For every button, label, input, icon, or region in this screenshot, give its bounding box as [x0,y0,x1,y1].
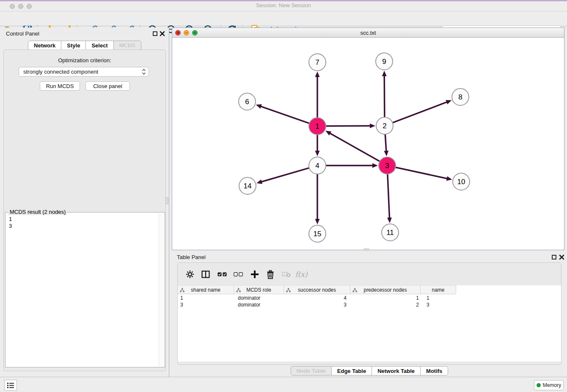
select-all-checkboxes-icon[interactable] [215,268,229,281]
minimize-window-button[interactable] [18,4,23,9]
edge-arrowhead [387,218,392,223]
edge-1-2[interactable] [326,126,371,126]
tab-edge-table[interactable]: Edge Table [332,366,372,375]
result-line: 3 [9,223,158,229]
mcds-result-box: MCDS result (2 nodes) 13 [5,212,165,367]
node-label: 3 [385,162,389,170]
edge-arrowhead [315,151,320,156]
edge-arrowhead [446,176,452,181]
float-panel-icon[interactable] [153,31,157,36]
network-canvas[interactable]: 1234678910111415 [172,38,564,250]
table-row[interactable]: 3dominator323 [178,301,561,308]
column-header-label: shared name [191,287,220,293]
edge-1-6[interactable] [260,106,309,124]
tab-network-table[interactable]: Network Table [372,366,421,375]
graph-node-3[interactable]: 3 [379,157,396,174]
edge-arrowhead [372,163,378,168]
tab-motifs[interactable]: Motifs [421,366,448,375]
main-toolbar [0,11,567,26]
column-header-label: predecessor nodes [363,287,407,293]
edge-4-14[interactable] [261,168,309,182]
result-scrollbar[interactable] [159,213,164,367]
run-mcds-button[interactable]: Run MCDS [40,81,80,91]
network-window-title: scc.txt [172,30,564,36]
tab-node-table[interactable]: Node Table [291,366,332,375]
mcds-result-legend: MCDS result (2 nodes) [8,209,67,215]
column-header-shared-name[interactable]: shared name [178,285,234,294]
graph-node-15[interactable]: 15 [309,225,326,242]
memory-status-dot [537,383,541,387]
cell-successor-nodes[interactable]: 3 [285,301,352,308]
graph-node-1[interactable]: 1 [309,118,326,135]
criterion-select[interactable]: strongly connected component [19,67,149,77]
tab-select[interactable]: Select [86,41,113,50]
graph-node-9[interactable]: 9 [376,53,393,70]
cell-shared-name[interactable]: 1 [178,295,234,301]
edge-2-8[interactable] [393,102,447,123]
graph-node-2[interactable]: 2 [376,117,393,134]
criterion-value: strongly connected component [23,69,142,75]
close-panel-button[interactable]: Close panel [85,81,130,91]
edge-arrowhead [315,72,320,77]
network-graph[interactable]: 1234678910111415 [172,38,564,250]
table-close-panel-icon[interactable] [559,254,564,260]
edge-2-9[interactable] [384,75,385,117]
cell-MCDS-role[interactable]: dominator [234,295,285,301]
control-panel-title: Control Panel [6,30,39,37]
graph-node-7[interactable]: 7 [309,54,326,71]
cell-shared-name[interactable]: 3 [178,301,234,308]
tab-mcds[interactable]: MCDS [114,41,141,50]
column-header-label: name [432,287,444,293]
tab-network[interactable]: Network [28,41,61,50]
tab-style[interactable]: Style [61,41,86,50]
graph-node-8[interactable]: 8 [452,88,469,105]
vertical-splitter-grip[interactable] [165,197,168,204]
cell-name[interactable]: 1 [422,295,458,301]
graph-node-11[interactable]: 11 [382,224,399,241]
delete-column-trash-icon[interactable] [264,268,277,281]
network-view-window: ✕ − + scc.txt 1234678910111415 [172,28,564,250]
table-settings-gear-icon[interactable] [183,268,197,281]
graph-node-10[interactable]: 10 [453,173,470,190]
table-panel-tabs: Node TableEdge TableNetwork TableMotifs [172,366,567,375]
table-row[interactable]: 1dominator411 [178,295,561,301]
node-label: 9 [382,58,386,66]
memory-label: Memory [543,382,561,388]
graph-node-6[interactable]: 6 [239,93,256,110]
column-header-predecessor-nodes[interactable]: predecessor nodes [350,285,421,294]
edge-3-11[interactable] [388,174,390,218]
table-bottom-strip [178,362,561,365]
cell-MCDS-role[interactable]: dominator [234,301,285,308]
graph-node-14[interactable]: 14 [239,177,256,194]
edge-3-10[interactable] [396,167,448,179]
table-float-panel-icon[interactable] [552,255,556,259]
cell-predecessor-nodes[interactable]: 2 [352,301,422,308]
cell-predecessor-nodes[interactable]: 1 [352,295,422,301]
close-panel-icon[interactable] [160,31,165,36]
column-header-label: MCDS role [246,287,271,293]
horizontal-splitter-grip[interactable] [363,248,369,251]
close-window-button[interactable] [10,4,15,9]
network-window-titlebar[interactable]: ✕ − + scc.txt [172,28,564,38]
table-rows: 1dominator4113dominator323 [178,295,561,308]
maximize-window-button[interactable] [27,4,32,9]
cell-successor-nodes[interactable]: 4 [285,295,352,301]
column-header-MCDS-role[interactable]: MCDS role [234,285,284,294]
graph-node-4[interactable]: 4 [309,157,326,174]
task-history-button[interactable] [4,380,17,391]
column-header-name[interactable]: name [421,285,456,294]
memory-button[interactable]: Memory [534,380,564,390]
edge-arrowhead [370,124,375,128]
table-panel: Table Panel f(x) [172,251,567,377]
node-label: 4 [315,162,319,170]
task-list-icon [7,382,14,389]
deselect-all-checkboxes-icon[interactable] [231,268,245,281]
cell-name[interactable]: 3 [422,301,458,308]
add-column-icon[interactable] [248,268,261,281]
show-columns-icon[interactable] [199,268,212,281]
edge-2-3[interactable] [385,134,386,152]
edge-3-1[interactable] [330,133,380,161]
edge-arrowhead [382,71,387,76]
node-label: 14 [244,182,252,190]
column-header-successor-nodes[interactable]: successor nodes [284,285,350,294]
